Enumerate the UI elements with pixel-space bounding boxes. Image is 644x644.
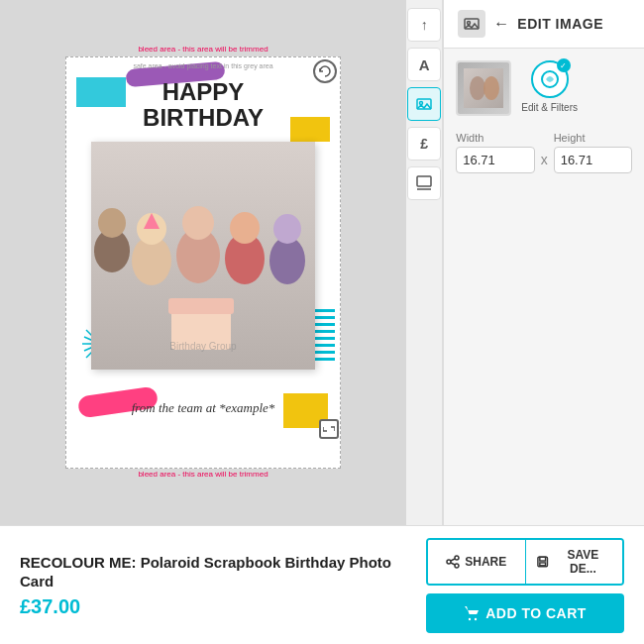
tool-upload[interactable]: ↑ [407,8,441,42]
width-label: Width [456,132,534,144]
panel-body: ✓ Edit & Filters Width x Height [444,49,644,525]
svg-point-9 [98,208,126,238]
from-team-text: from the team at *example* [132,400,275,416]
svg-point-34 [455,556,459,560]
deco-teal-rect [76,77,126,107]
share-save-row: SHARE SAVE DE... [426,538,624,586]
dimension-row: Width x Height [456,132,632,173]
svg-point-36 [455,564,459,568]
bleed-label-bottom: bleed area - this area will be trimmed [138,470,268,479]
back-arrow[interactable]: ← [493,15,509,33]
x-separator: x [541,152,548,167]
tool-image[interactable] [407,87,441,121]
save-button[interactable]: SAVE DE... [526,540,623,584]
tool-text[interactable]: A [407,48,441,81]
bottom-bar: RECOLOUR ME: Polaroid Scrapbook Birthday… [0,525,644,644]
svg-rect-40 [539,557,545,561]
tool-price[interactable]: £ [407,127,441,161]
svg-text:Birthday Group: Birthday Group [169,341,237,352]
dimension-section: Width x Height [456,132,632,173]
svg-rect-41 [539,562,545,565]
svg-point-31 [470,76,485,100]
card-content: HAPPY BIRTHDAY [65,56,341,469]
rotate-handle[interactable] [313,59,337,83]
card-wrapper: bleed area - this area will be trimmed s… [59,45,347,481]
photo-frame[interactable]: Birthday Group [91,142,315,370]
safe-area-label: safe area - avoid placing text in this g… [133,62,272,69]
canvas-area: bleed area - this area will be trimmed s… [0,0,406,525]
product-price: £37.00 [20,595,406,618]
svg-point-32 [483,76,499,100]
product-info: RECOLOUR ME: Polaroid Scrapbook Birthday… [20,553,406,618]
edit-filters-button[interactable]: ✓ Edit & Filters [521,60,578,116]
height-label: Height [554,132,632,144]
height-input[interactable] [554,147,632,173]
width-input[interactable] [456,147,534,173]
filter-icon: ✓ [531,60,569,98]
height-field: Height [554,132,632,173]
product-name: RECOLOUR ME: Polaroid Scrapbook Birthday… [20,553,406,591]
svg-rect-25 [417,176,431,186]
svg-point-42 [469,617,471,619]
panel-title: EDIT IMAGE [517,16,603,32]
share-button[interactable]: SHARE [428,540,526,584]
bottom-actions: SHARE SAVE DE... ADD TO CART [426,538,624,633]
panel-header-icon [458,10,485,38]
photo-placeholder: Birthday Group [91,142,315,370]
deco-yellow-rect-top [290,117,330,142]
add-to-cart-label: ADD TO CART [485,605,587,621]
edit-filters-label: Edit & Filters [521,102,578,113]
panel-header: ← EDIT IMAGE [444,0,644,49]
svg-point-18 [273,214,301,244]
svg-line-37 [451,559,455,561]
image-thumbnail[interactable] [456,60,511,116]
svg-point-35 [447,560,451,564]
image-options: ✓ Edit & Filters [456,60,632,116]
svg-point-43 [475,617,477,619]
width-field: Width [456,132,534,173]
bleed-label-top: bleed area - this area will be trimmed [138,45,268,54]
happy-birthday-text: HAPPY BIRTHDAY [143,79,264,132]
svg-rect-20 [168,298,234,314]
right-panel: ← EDIT IMAGE [443,0,644,525]
svg-point-14 [182,206,214,240]
svg-point-17 [269,237,305,284]
side-panel: ↑ A £ [406,0,644,525]
tools-sidebar: ↑ A £ [406,0,443,525]
svg-point-16 [230,212,260,244]
svg-line-38 [451,563,455,565]
filter-badge: ✓ [557,58,571,72]
tool-gallery[interactable] [407,166,441,200]
add-to-cart-button[interactable]: ADD TO CART [426,593,624,633]
resize-handle[interactable] [319,419,339,439]
